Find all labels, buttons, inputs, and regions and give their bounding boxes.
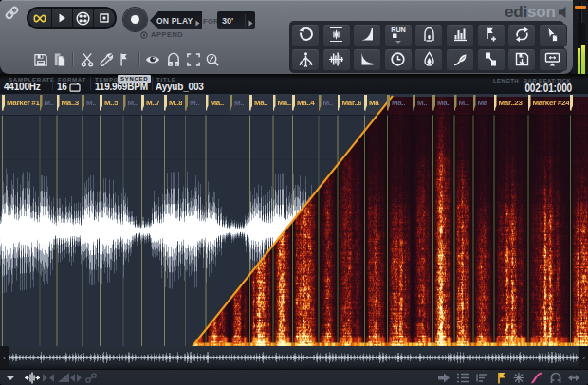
- paste-cursor-button[interactable]: [539, 24, 567, 46]
- marker-label[interactable]: M..: [459, 99, 469, 107]
- decay-button[interactable]: [353, 48, 381, 71]
- stats-button[interactable]: [446, 24, 474, 46]
- marker-label[interactable]: M..: [128, 99, 138, 107]
- marker-label[interactable]: Ma..: [211, 99, 224, 107]
- convolution-button[interactable]: [322, 48, 351, 71]
- fade-in-button[interactable]: [353, 24, 381, 46]
- zoom-in-sel-icon[interactable]: [42, 372, 55, 384]
- marker-label[interactable]: Ma..3: [62, 99, 80, 107]
- stop-button[interactable]: [94, 9, 115, 28]
- scroll-left-button[interactable]: ‹: [0, 346, 9, 369]
- waveform-spectrogram-canvas[interactable]: [0, 94, 588, 346]
- marker-label[interactable]: M..: [45, 99, 54, 107]
- marker-label[interactable]: Ma: [478, 99, 488, 107]
- paste-cursor-icon: [544, 27, 560, 43]
- samplerate-value[interactable]: 44100Hz: [4, 82, 41, 92]
- edison-window: ON PLAY FOR 30' APPEND edison: [0, 0, 588, 385]
- stretch-icon[interactable]: [567, 372, 580, 384]
- magnet-icon[interactable]: [549, 372, 562, 384]
- loop-button[interactable]: [507, 24, 536, 46]
- chevron-triangle-icon: [248, 20, 253, 27]
- marker-label[interactable]: M..: [234, 99, 244, 107]
- separator: [72, 52, 73, 66]
- marker-label[interactable]: Ma..: [254, 99, 267, 107]
- link-chain-icon[interactable]: [84, 372, 98, 384]
- title-value[interactable]: Ayyub_003: [156, 82, 204, 92]
- position-value[interactable]: 002:01:000: [524, 82, 572, 95]
- snap-icon[interactable]: [166, 52, 181, 67]
- volume-slider-handle[interactable]: [575, 6, 586, 9]
- marker-label[interactable]: Ma: [369, 99, 379, 107]
- save-icon[interactable]: [33, 52, 48, 67]
- marker-label[interactable]: M..: [323, 99, 333, 107]
- select-icon[interactable]: [186, 52, 201, 67]
- marker-label[interactable]: Ma..: [392, 99, 405, 107]
- undo-button[interactable]: [291, 24, 320, 46]
- slide-icon[interactable]: [530, 372, 543, 384]
- list-icon[interactable]: [456, 372, 469, 384]
- scroll-right-button[interactable]: ›: [579, 346, 588, 369]
- format-value[interactable]: 16: [57, 82, 67, 92]
- format-channels-icon[interactable]: [69, 82, 81, 92]
- marker-label[interactable]: M..: [86, 99, 96, 107]
- marker-label[interactable]: Mar..23: [499, 99, 523, 107]
- play-button[interactable]: [52, 9, 72, 28]
- duration-dropdown[interactable]: 30': [217, 11, 255, 29]
- marker-label[interactable]: M..8: [169, 99, 182, 107]
- marker-label[interactable]: M..: [417, 99, 427, 107]
- pan-wave-icon[interactable]: [24, 372, 41, 384]
- marker-label[interactable]: Ma..: [278, 99, 291, 107]
- zoom-icon[interactable]: [205, 52, 220, 67]
- marker-label[interactable]: Marker #24: [533, 99, 570, 107]
- seed-button[interactable]: [446, 48, 474, 71]
- tools-icon[interactable]: [99, 52, 114, 67]
- normalize-button[interactable]: [322, 24, 351, 46]
- marker-label[interactable]: M..: [190, 99, 199, 107]
- add-marker-icon: [483, 27, 499, 43]
- blur-button[interactable]: [414, 48, 443, 71]
- marker-label[interactable]: M..7: [146, 99, 159, 107]
- save-as-button[interactable]: [507, 48, 536, 71]
- monitor-button[interactable]: [539, 48, 567, 71]
- marker-icon[interactable]: [116, 52, 131, 67]
- time-button[interactable]: [384, 48, 413, 71]
- collapse-icon[interactable]: [4, 372, 17, 384]
- on-play-dropdown[interactable]: ON PLAY: [150, 11, 202, 29]
- view-icon[interactable]: [145, 52, 160, 67]
- run-script-button[interactable]: RUN: [384, 24, 413, 46]
- add-marker-button[interactable]: [477, 24, 505, 46]
- record-dot-icon: [131, 15, 139, 24]
- normalize-icon: [328, 27, 344, 43]
- duration-value: 30': [217, 16, 245, 26]
- grain-button[interactable]: [414, 24, 443, 46]
- info-bar: SAMPLERATE 44100Hz FORMAT 16 TEMPO SYNCE…: [0, 74, 588, 94]
- zoom-out-sel-icon[interactable]: [69, 372, 83, 384]
- blur-icon: [421, 51, 437, 67]
- denoise-button[interactable]: [291, 48, 320, 71]
- chevron-right-icon: [193, 14, 202, 27]
- tempo-value[interactable]: 119.969BPM: [95, 82, 148, 92]
- logo-text-dark: edi: [505, 3, 527, 21]
- edison-logo: edison: [505, 3, 556, 22]
- ramp-icon[interactable]: [57, 372, 70, 384]
- record-button[interactable]: [123, 8, 147, 31]
- send-clip-button[interactable]: [477, 48, 505, 71]
- loop-button[interactable]: [28, 9, 51, 28]
- append-option[interactable]: APPEND: [140, 30, 183, 39]
- marker-label[interactable]: Marker #1: [7, 99, 40, 107]
- marker-label[interactable]: Mar..6: [342, 99, 362, 107]
- marker-label[interactable]: Ma..: [437, 99, 450, 107]
- cut-icon[interactable]: [80, 52, 95, 67]
- marker-label[interactable]: Ma..4: [297, 99, 315, 107]
- reel-button[interactable]: [73, 9, 93, 28]
- marker-label[interactable]: M..5: [104, 99, 118, 107]
- flag-icon[interactable]: [495, 372, 508, 384]
- sorted-list-icon[interactable]: [475, 372, 488, 384]
- overview-canvas[interactable]: [0, 346, 588, 369]
- copy-icon[interactable]: [52, 52, 67, 67]
- jump-icon[interactable]: [437, 372, 450, 384]
- time-icon: [390, 51, 406, 67]
- snowflake-icon[interactable]: [512, 372, 525, 384]
- stats-icon: [452, 27, 469, 43]
- link-icon[interactable]: [4, 5, 20, 21]
